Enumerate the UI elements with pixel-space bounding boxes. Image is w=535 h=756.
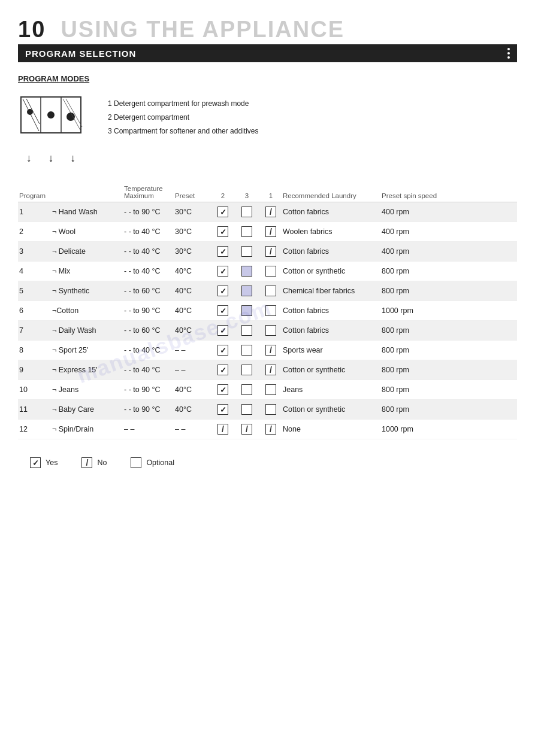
checkbox-checked <box>211 325 235 336</box>
checkbox-empty <box>259 325 283 336</box>
compartment-label-3: 3 Compartment for softener and other add… <box>108 125 258 138</box>
checkbox <box>217 365 228 375</box>
legend-no-checkbox <box>81 457 92 468</box>
page-wrapper: manualsbase.com 10 USING THE APPLIANCE P… <box>0 0 535 486</box>
checkbox-empty <box>259 384 283 395</box>
checkbox-no-check <box>259 365 283 375</box>
prog-laundry: Cotton or synthetic <box>283 405 382 414</box>
checkbox <box>265 424 276 435</box>
compartment-labels: 1 Detergent compartment for prewash mode… <box>108 94 258 138</box>
checkbox-empty <box>235 207 259 217</box>
modes-top-section: ↓ ↓ ↓ 1 Detergent compartment for prewas… <box>18 94 517 165</box>
prog-preset: 30°C <box>175 208 211 216</box>
chapter-title: 10 USING THE APPLIANCE <box>18 18 517 41</box>
prog-speed: 800 rpm <box>382 366 448 374</box>
checkbox <box>241 365 252 375</box>
checkbox <box>241 305 252 316</box>
section-bar-dots <box>507 48 510 59</box>
checkbox-empty <box>235 246 259 257</box>
table-row: 2¬ Wool- - to 40 °C30°CWoolen fabrics400… <box>18 222 517 242</box>
prog-preset: – – <box>175 425 211 433</box>
prog-speed: 800 rpm <box>382 346 448 354</box>
table-row: 10¬ Jeans- - to 90 °C40°CJeans800 rpm <box>18 380 517 400</box>
checkbox <box>265 266 276 277</box>
table-row: 5¬ Synthetic- - to 60 °C40°CChemical fib… <box>18 281 517 301</box>
checkbox <box>265 365 276 375</box>
table-rows: 1¬ Hand Wash- - to 90 °C30°CCotton fabri… <box>18 202 517 439</box>
prog-num: 6 <box>19 306 52 315</box>
checkbox-empty <box>259 404 283 415</box>
table-row: 9¬ Express 15'- - to 40 °C– –Cotton or s… <box>18 360 517 380</box>
checkbox-empty <box>235 226 259 237</box>
prog-speed: 800 rpm <box>382 287 448 295</box>
prog-temp: - - to 90 °C <box>124 385 175 394</box>
checkbox <box>241 207 252 217</box>
checkbox <box>217 325 228 336</box>
chapter-title-text: USING THE APPLIANCE <box>61 17 344 42</box>
checkbox-no-check <box>259 246 283 257</box>
prog-name: ¬ Wool <box>52 227 124 236</box>
prog-temp: – – <box>124 425 175 433</box>
legend-no-label: No <box>97 459 107 467</box>
checkbox <box>265 305 276 316</box>
svg-point-7 <box>67 113 75 121</box>
prog-preset: 40°C <box>175 385 211 394</box>
legend-no: No <box>81 457 107 468</box>
checkbox-shaded-fill <box>235 286 259 296</box>
prog-speed: 400 rpm <box>382 227 448 236</box>
checkbox-checked <box>211 226 235 237</box>
th-temp-label: Temperature <box>124 185 175 192</box>
arrow3: ↓ <box>70 152 75 165</box>
prog-preset: 40°C <box>175 405 211 414</box>
prog-name: ¬ Delicate <box>52 247 124 256</box>
prog-speed: 800 rpm <box>382 405 448 414</box>
checkbox-no-check <box>259 345 283 356</box>
compartment-label-2: 2 Detergent compartment <box>108 111 258 125</box>
prog-temp: - - to 40 °C <box>124 346 175 354</box>
prog-speed: 1000 rpm <box>382 425 448 433</box>
prog-name: ¬ Express 15' <box>52 366 124 374</box>
drawer-diagram <box>18 94 84 150</box>
th-temp-group: Temperature Maximum <box>124 185 175 199</box>
checkbox-no-check <box>211 424 235 435</box>
prog-name: ¬ Daily Wash <box>52 326 124 335</box>
checkbox-checked <box>211 345 235 356</box>
th-col1: 1 <box>259 192 283 199</box>
dot1 <box>507 48 510 50</box>
checkbox-no-check <box>259 424 283 435</box>
checkbox-checked <box>211 365 235 375</box>
prog-laundry: Jeans <box>283 385 382 394</box>
prog-laundry: None <box>283 425 382 433</box>
main-table-wrapper: Program Temperature Maximum Preset 2 3 1… <box>18 183 517 439</box>
checkbox-no-check <box>259 207 283 217</box>
prog-name: ¬ Baby Care <box>52 405 124 414</box>
checkbox <box>217 207 228 217</box>
prog-name: ¬ Hand Wash <box>52 208 124 216</box>
checkbox-empty <box>259 266 283 277</box>
checkbox-checked <box>211 286 235 296</box>
checkbox-empty <box>235 365 259 375</box>
th-col3: 3 <box>235 192 259 199</box>
table-row: 4¬ Mix- - to 40 °C40°CCotton or syntheti… <box>18 262 517 281</box>
table-header-row: Program Temperature Maximum Preset 2 3 1… <box>18 183 517 202</box>
drawer-svg <box>18 94 84 148</box>
prog-num: 2 <box>19 227 52 236</box>
page-header: 10 USING THE APPLIANCE PROGRAM SELECTION <box>0 0 535 62</box>
prog-num: 8 <box>19 346 52 354</box>
prog-preset: 40°C <box>175 267 211 275</box>
checkbox-checked <box>211 266 235 277</box>
checkbox <box>265 286 276 296</box>
prog-preset: 30°C <box>175 227 211 236</box>
checkbox <box>241 424 252 435</box>
prog-name: ¬ Mix <box>52 267 124 275</box>
checkbox <box>241 384 252 395</box>
prog-num: 11 <box>19 405 52 414</box>
prog-preset: – – <box>175 366 211 374</box>
prog-laundry: Cotton or synthetic <box>283 366 382 374</box>
checkbox <box>241 286 252 296</box>
checkbox-checked <box>211 246 235 257</box>
prog-laundry: Cotton fabrics <box>283 326 382 335</box>
compartment-label-1: 1 Detergent compartment for prewash mode <box>108 97 258 111</box>
prog-temp: - - to 40 °C <box>124 227 175 236</box>
arrow2: ↓ <box>48 152 53 165</box>
